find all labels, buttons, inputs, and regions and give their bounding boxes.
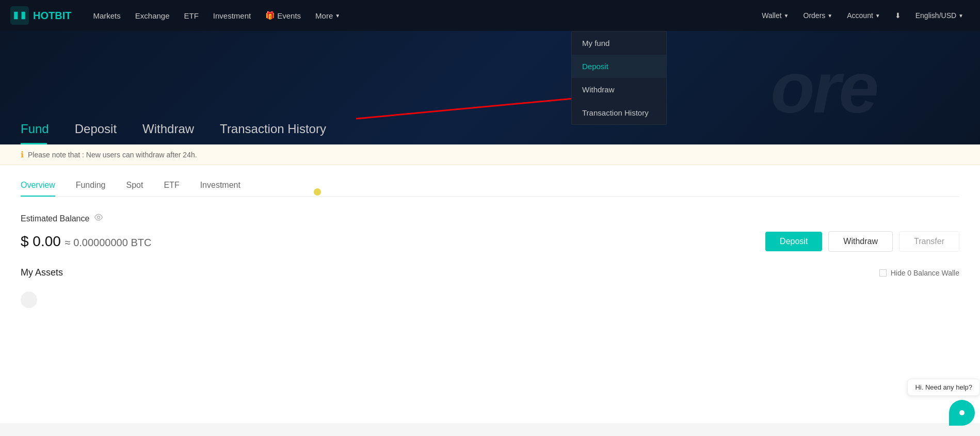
chevron-down-icon: ▼ bbox=[827, 13, 832, 19]
withdraw-button[interactable]: Withdraw bbox=[828, 231, 893, 252]
balance-actions: Deposit Withdraw Transfer bbox=[765, 231, 959, 252]
sub-tab-etf[interactable]: ETF bbox=[164, 181, 179, 196]
sub-tab-funding[interactable]: Funding bbox=[76, 181, 106, 196]
nav-investment[interactable]: Investment bbox=[207, 8, 257, 23]
sub-tab-spot[interactable]: Spot bbox=[126, 181, 143, 196]
hero-tab-deposit[interactable]: Deposit bbox=[75, 116, 132, 144]
hide-zero-label: Hide 0 Balance Walle bbox=[891, 269, 959, 277]
sub-tab-investment[interactable]: Investment bbox=[200, 181, 240, 196]
balance-value-container: $ 0.00 ≈ 0.00000000 BTC bbox=[21, 233, 151, 250]
notice-text: Please note that : New users can withdra… bbox=[28, 151, 197, 159]
nav-language[interactable]: English/USD ▼ bbox=[909, 8, 970, 23]
nav-right: Wallet ▼ Orders ▼ Account ▼ ⬇ English/US… bbox=[756, 8, 970, 23]
svg-point-4 bbox=[959, 410, 965, 415]
hero-tab-withdraw[interactable]: Withdraw bbox=[142, 116, 210, 144]
nav-events[interactable]: 🎁 Events bbox=[259, 8, 307, 23]
nav-exchange[interactable]: Exchange bbox=[129, 8, 176, 23]
hide-zero-checkbox[interactable] bbox=[879, 269, 887, 277]
chat-bubble: Hi. Need any help? bbox=[907, 379, 980, 396]
dropdown-withdraw[interactable]: Withdraw bbox=[572, 78, 666, 101]
hero-tab-transaction-history[interactable]: Transaction History bbox=[220, 116, 342, 144]
assets-header: My Assets Hide 0 Balance Walle bbox=[21, 267, 959, 278]
deposit-button[interactable]: Deposit bbox=[765, 232, 822, 251]
svg-point-3 bbox=[98, 216, 100, 219]
notice-bar: ℹ Please note that : New users can withd… bbox=[0, 144, 980, 165]
balance-row: $ 0.00 ≈ 0.00000000 BTC Deposit Withdraw… bbox=[21, 231, 959, 252]
asset-icon bbox=[21, 292, 37, 308]
nav-etf[interactable]: ETF bbox=[178, 8, 205, 23]
sub-tab-overview[interactable]: Overview bbox=[21, 181, 55, 196]
dropdown-transaction-history[interactable]: Transaction History bbox=[572, 101, 666, 124]
brand-name: HOTBIT bbox=[33, 10, 71, 22]
balance-usd: $ 0.00 ≈ 0.00000000 BTC bbox=[21, 233, 151, 249]
balance-section: Estimated Balance $ 0.00 ≈ 0.00000000 BT… bbox=[21, 212, 959, 252]
chevron-down-icon: ▼ bbox=[875, 13, 880, 19]
chevron-down-icon: ▼ bbox=[958, 13, 963, 19]
transfer-button[interactable]: Transfer bbox=[899, 231, 959, 252]
dropdown-deposit[interactable]: Deposit bbox=[572, 55, 666, 78]
chat-widget: Hi. Need any help? bbox=[907, 379, 980, 423]
nav-orders[interactable]: Orders ▼ bbox=[797, 8, 839, 23]
main-content: Overview Funding Spot ETF Investment Est… bbox=[0, 165, 980, 423]
hide-zero-balance[interactable]: Hide 0 Balance Walle bbox=[879, 269, 959, 277]
hero-banner: ore Fund Deposit Withdraw Transaction Hi… bbox=[0, 31, 980, 144]
wallet-dropdown: My fund Deposit Withdraw Transaction His… bbox=[571, 31, 667, 125]
my-assets-title: My Assets bbox=[21, 267, 63, 278]
watermark: ore bbox=[770, 46, 877, 130]
estimated-balance-label: Estimated Balance bbox=[21, 214, 89, 223]
info-icon: ℹ bbox=[21, 150, 24, 159]
nav-account[interactable]: Account ▼ bbox=[841, 8, 887, 23]
svg-rect-0 bbox=[10, 6, 29, 25]
logo[interactable]: HOTBIT bbox=[10, 6, 71, 25]
chat-button[interactable] bbox=[949, 400, 975, 423]
sub-tabs: Overview Funding Spot ETF Investment bbox=[21, 181, 959, 197]
balance-label-row: Estimated Balance bbox=[21, 212, 959, 225]
nav-links: Markets Exchange ETF Investment 🎁 Events… bbox=[87, 8, 756, 23]
asset-row-placeholder bbox=[21, 286, 959, 313]
nav-wallet[interactable]: Wallet ▼ bbox=[756, 8, 795, 23]
navbar: HOTBIT Markets Exchange ETF Investment 🎁… bbox=[0, 0, 980, 31]
chevron-down-icon: ▼ bbox=[784, 13, 789, 19]
nav-download[interactable]: ⬇ bbox=[889, 8, 907, 23]
nav-more[interactable]: More ▼ bbox=[309, 8, 346, 23]
nav-markets[interactable]: Markets bbox=[87, 8, 126, 23]
chevron-down-icon: ▼ bbox=[335, 13, 340, 19]
dropdown-my-fund[interactable]: My fund bbox=[572, 31, 666, 55]
my-assets-section: My Assets Hide 0 Balance Walle bbox=[21, 267, 959, 313]
hero-tab-fund[interactable]: Fund bbox=[21, 116, 65, 144]
toggle-balance-icon[interactable] bbox=[93, 212, 104, 225]
yellow-dot-indicator bbox=[314, 188, 321, 196]
